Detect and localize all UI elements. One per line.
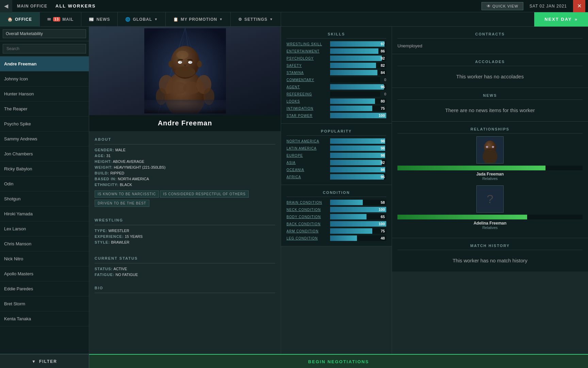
stat-row: NECK CONDITION100 — [287, 207, 386, 212]
nav-office[interactable]: 🏠 OFFICE — [0, 12, 40, 27]
stat-bar-fill — [330, 106, 372, 111]
stat-bar: 100 — [330, 113, 386, 118]
nav-global[interactable]: 🌐 GLOBAL ▼ — [118, 12, 166, 27]
office-label: MAIN OFFICE — [12, 4, 52, 9]
stat-label[interactable]: NECK CONDITION — [287, 208, 327, 212]
relationship-item[interactable]: ? Adelina FreemanRelatives — [397, 185, 583, 230]
stat-row: REFEREEING0 — [287, 91, 386, 97]
stat-bar-fill — [330, 200, 363, 205]
svg-rect-24 — [144, 100, 226, 113]
wrestling-section: WRESTLING TYPE: WRESTLER EXPERIENCE: 15 … — [89, 212, 281, 250]
stat-label[interactable]: REFEREEING — [287, 92, 327, 96]
stat-label[interactable]: BACK CONDITION — [287, 222, 327, 226]
stat-label[interactable]: AGENT — [287, 85, 327, 89]
stat-label[interactable]: ASIA — [287, 161, 327, 165]
news-section: NEWS There are no news items for this wo… — [392, 88, 588, 122]
worker-item[interactable]: Psycho Spike — [0, 117, 89, 132]
begin-negotiations-button[interactable]: BEGIN NEGOTIATIONS — [89, 354, 588, 368]
stat-label[interactable]: STAMINA — [287, 71, 327, 75]
stat-label[interactable]: BRAIN CONDITION — [287, 201, 327, 204]
relationship-item[interactable]: Jada FreemanRelatives — [397, 136, 583, 181]
stat-bar: 86 — [330, 48, 386, 54]
worker-item[interactable]: Ricky Babylon — [0, 162, 89, 177]
nav-bar: 🏠 OFFICE ✉ 13 MAIL 📰 NEWS 🌐 GLOBAL ▼ 📋 M… — [0, 12, 588, 27]
globe-icon: 🌐 — [125, 17, 131, 22]
worker-item[interactable]: Bret Storm — [0, 296, 89, 311]
stat-label[interactable]: EUROPE — [287, 154, 327, 157]
stat-value: 100 — [379, 113, 385, 118]
relationship-portrait: ? — [476, 185, 504, 213]
svg-text:?: ? — [487, 192, 493, 205]
nav-news[interactable]: 📰 NEWS — [81, 12, 118, 27]
worker-item[interactable]: Shotgun — [0, 191, 89, 206]
relationship-bar-fill — [397, 166, 545, 170]
stat-bar-fill — [330, 70, 377, 75]
stat-label[interactable]: ENTERTAINMENT — [287, 49, 327, 53]
stat-row: BODY CONDITION65 — [287, 214, 386, 219]
worker-item[interactable]: The Reaper — [0, 102, 89, 117]
stat-label[interactable]: AFRICA — [287, 175, 327, 179]
stat-value: 98 — [381, 167, 385, 172]
stat-value: 96 — [381, 174, 385, 180]
center-panel: Andre Freeman ABOUT GENDER: MALE AGE: 31… — [89, 27, 281, 368]
stat-label[interactable]: OCEANIA — [287, 168, 327, 172]
svg-point-16 — [180, 62, 181, 63]
stat-value: 82 — [381, 63, 385, 68]
worker-item[interactable]: Odin — [0, 177, 89, 191]
search-input[interactable] — [3, 44, 86, 53]
worker-item[interactable]: Hunter Hanson — [0, 87, 89, 102]
stat-value: 100 — [379, 221, 385, 227]
worker-item[interactable]: Chris Manson — [0, 236, 89, 251]
stat-label[interactable]: STAR POWER — [287, 114, 327, 118]
nav-mail[interactable]: ✉ 13 MAIL — [40, 12, 81, 27]
worker-item[interactable]: Jon Chambers — [0, 147, 89, 162]
stat-label[interactable]: SAFETY — [287, 64, 327, 67]
stat-value: 0 — [384, 78, 386, 82]
stat-bar-fill — [330, 63, 376, 68]
stat-bar-fill — [330, 138, 385, 144]
stat-bar: 84 — [330, 70, 386, 75]
bio-section: BIO — [89, 282, 281, 302]
office-icon: 🏠 — [7, 17, 13, 22]
worker-name-display: Andre Freeman — [89, 115, 281, 131]
next-day-button[interactable]: NEXT DAY » — [534, 12, 588, 27]
sort-select[interactable]: Overall Marketability — [3, 29, 86, 38]
worker-item[interactable]: Lex Larson — [0, 221, 89, 236]
nav-settings[interactable]: ⚙ SETTINGS ▼ — [231, 12, 281, 27]
worker-item[interactable]: Andre Freeman — [0, 57, 89, 72]
stat-label[interactable]: PSYCHOLOGY — [287, 57, 327, 60]
stat-label[interactable]: WRESTLING SKILL — [287, 42, 327, 46]
worker-item[interactable]: Nick Nitro — [0, 251, 89, 266]
worker-item[interactable]: Sammy Andrews — [0, 132, 89, 147]
stat-row: LATIN AMERICA98 — [287, 145, 386, 151]
stat-label[interactable]: COMMENTARY — [287, 78, 327, 82]
sidebar: Overall Marketability Andre FreemanJohnn… — [0, 27, 89, 368]
stat-bar: 100 — [330, 221, 386, 227]
no-accolades-message: This worker has no accolades — [397, 69, 583, 84]
worker-item[interactable]: Apollo Masters — [0, 266, 89, 281]
stat-row: EUROPE98 — [287, 153, 386, 158]
worker-item[interactable]: Hiroki Yamada — [0, 206, 89, 221]
chevron-down-icon-3: ▼ — [270, 17, 273, 21]
stat-label[interactable]: INTIMIDATION — [287, 107, 327, 110]
quick-view-button[interactable]: 👁 QUICK VIEW — [481, 2, 523, 10]
stat-label[interactable]: LATIN AMERICA — [287, 147, 327, 150]
stat-label[interactable]: ARM CONDITION — [287, 229, 327, 233]
worker-item[interactable]: Eddie Paredes — [0, 281, 89, 296]
stat-label[interactable]: NORTH AMERICA — [287, 139, 327, 143]
chevron-down-icon: ▼ — [154, 17, 158, 21]
nav-my-promotion[interactable]: 📋 MY PROMOTION ▼ — [166, 12, 231, 27]
stat-row: LEG CONDITION48 — [287, 235, 386, 241]
about-section: ABOUT GENDER: MALE AGE: 31 HEIGHT: ABOVE… — [89, 131, 281, 212]
worker-item[interactable]: Kenta Tanaka — [0, 311, 89, 326]
stat-label[interactable]: LEG CONDITION — [287, 236, 327, 240]
bottom-filter-button[interactable]: ▼ FILTER — [0, 354, 89, 368]
stat-label[interactable]: LOOKS — [287, 99, 327, 103]
back-button[interactable]: ◀ — [0, 0, 12, 12]
worker-item[interactable]: Johnny Icon — [0, 72, 89, 87]
stat-label[interactable]: BODY CONDITION — [287, 215, 327, 219]
sidebar-sort: Overall Marketability — [0, 27, 89, 41]
svg-point-11 — [176, 51, 189, 59]
status-section: CURRENT STATUS STATUS: ACTIVE FATIGUE: N… — [89, 250, 281, 282]
close-button[interactable]: ✕ — [573, 0, 585, 12]
